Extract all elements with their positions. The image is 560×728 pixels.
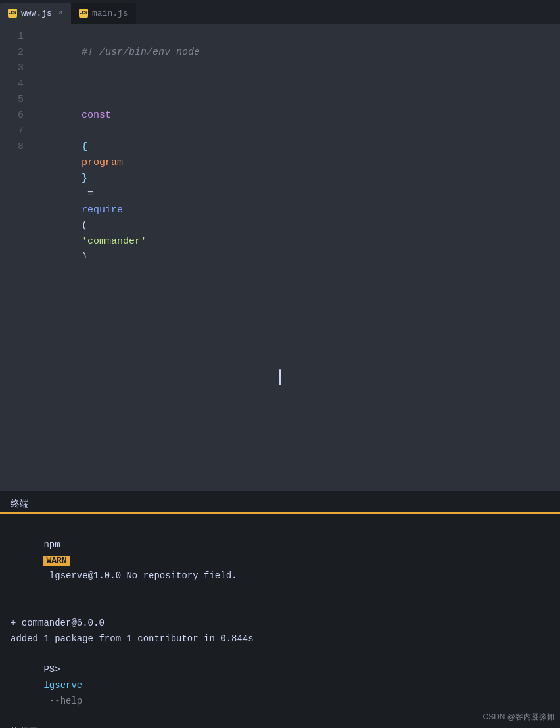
term-ps-prompt1: PS>: [43, 664, 66, 675]
term-line-empty1: [11, 600, 549, 616]
paren-open: (: [82, 220, 87, 231]
term-line-commander: + commander@6.0.0: [11, 616, 549, 631]
tab-label-main: main.js: [92, 9, 128, 18]
paren-close: ): [82, 252, 87, 258]
line-num-6: 6: [0, 108, 24, 124]
code-container: 1 2 3 4 5 6 7 8 #! /usr/bin/env node con…: [0, 24, 560, 263]
text-cursor-icon: ┃: [276, 369, 284, 385]
tab-label-www: www.js: [21, 9, 52, 18]
term-npm: npm: [43, 539, 66, 550]
terminal-area: 终端 npm WARN lgserve@1.0.0 No repository …: [0, 493, 560, 728]
editor-area: 1 2 3 4 5 6 7 8 #! /usr/bin/env node con…: [0, 24, 560, 491]
space1: [82, 125, 87, 137]
term-warn-badge: WARN: [43, 556, 69, 566]
shebang-comment: #! /usr/bin/env node: [82, 47, 200, 58]
tab-www-js[interactable]: JS www.js ×: [0, 3, 71, 24]
line-num-4: 4: [0, 76, 24, 92]
terminal-content[interactable]: npm WARN lgserve@1.0.0 No repository fie…: [0, 514, 560, 728]
term-line-executed: 执行了: [11, 725, 549, 728]
keyword-const: const: [82, 110, 111, 121]
term-cmd-lgserve: lgserve: [43, 680, 82, 691]
terminal-header: 终端: [0, 493, 560, 514]
tab-icon-main: JS: [79, 9, 88, 18]
term-line-ps-lgserve: PS> lgserve --help: [11, 647, 549, 725]
term-cmd-help-flag: --help: [43, 696, 82, 706]
brace-open: {: [82, 141, 87, 152]
code-line-2: [34, 76, 549, 92]
watermark: CSDN @客内凝缘拥: [482, 712, 555, 723]
term-line-added: added 1 package from 1 contributor in 0.…: [11, 631, 549, 647]
code-line-3: const { program } = require ( 'commander…: [34, 92, 549, 258]
line-num-1: 1: [0, 29, 24, 45]
tab-icon-www: JS: [8, 9, 17, 18]
tab-bar: JS www.js × JS main.js: [0, 0, 560, 24]
line-num-3: 3: [0, 60, 24, 76]
terminal-title: 终端: [11, 498, 29, 510]
term-warn-msg: lgserve@1.0.0 No repository field.: [43, 570, 237, 581]
brace-close: }: [82, 173, 87, 184]
code-content[interactable]: #! /usr/bin/env node const { program } =…: [34, 29, 560, 258]
line-num-7: 7: [0, 124, 24, 139]
func-require: require: [82, 204, 123, 216]
line-num-2: 2: [0, 45, 24, 60]
equals: =: [82, 189, 99, 200]
line-num-5: 5: [0, 92, 24, 108]
line-numbers: 1 2 3 4 5 6 7 8: [0, 29, 34, 258]
code-line-1: #! /usr/bin/env node: [34, 29, 549, 76]
string-commander: 'commander': [82, 236, 147, 247]
tab-close-www[interactable]: ×: [58, 9, 63, 18]
term-line-npm-warn: npm WARN lgserve@1.0.0 No repository fie…: [11, 522, 549, 600]
var-program: program: [82, 157, 123, 168]
tab-main-js[interactable]: JS main.js: [71, 3, 136, 24]
line-num-8: 8: [0, 139, 24, 155]
editor-empty-space[interactable]: ┃: [0, 263, 560, 491]
